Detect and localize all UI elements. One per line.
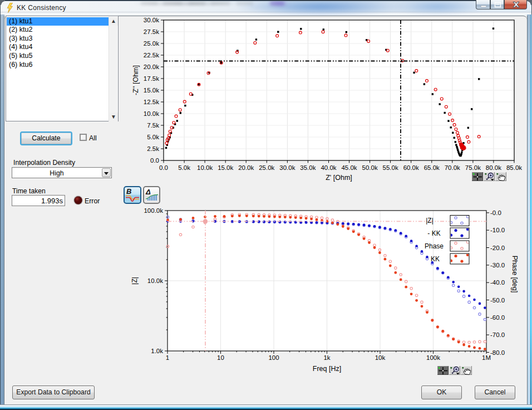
- svg-text:10.0k: 10.0k: [147, 277, 163, 284]
- svg-text:1k: 1k: [323, 354, 330, 361]
- svg-text:30.0k: 30.0k: [279, 164, 295, 171]
- svg-text:5.0k: 5.0k: [178, 164, 190, 171]
- svg-text:KK: KK: [431, 255, 440, 263]
- svg-text:55.0k: 55.0k: [383, 164, 398, 171]
- svg-text:85.0k: 85.0k: [506, 164, 522, 171]
- svg-text:|Z|: |Z|: [426, 217, 434, 224]
- svg-text:25.0k: 25.0k: [259, 164, 274, 171]
- svg-text:70.0k: 70.0k: [445, 164, 460, 171]
- svg-text:100.0k: 100.0k: [144, 207, 163, 214]
- svg-text:-0.0: -0.0: [490, 209, 501, 216]
- svg-text:20.0k: 20.0k: [238, 164, 254, 171]
- svg-text:5.0k: 5.0k: [147, 134, 159, 140]
- svg-text:2.5k: 2.5k: [147, 145, 159, 152]
- svg-text:-50.0: -50.0: [490, 297, 505, 304]
- svg-text:Z' [Ohm]: Z' [Ohm]: [326, 174, 352, 182]
- svg-text:15.0k: 15.0k: [218, 164, 233, 171]
- svg-text:22.5k: 22.5k: [144, 52, 159, 58]
- svg-text:-60.0: -60.0: [490, 314, 505, 321]
- svg-text:-40.0: -40.0: [490, 279, 505, 286]
- svg-text:|Z|: |Z|: [131, 277, 139, 285]
- svg-text:0.0: 0.0: [150, 157, 159, 164]
- svg-text:-10.0: -10.0: [490, 227, 505, 233]
- svg-text:1.0k: 1.0k: [151, 348, 163, 354]
- svg-text:10.0k: 10.0k: [197, 164, 213, 171]
- svg-text:60.0k: 60.0k: [403, 164, 419, 171]
- svg-text:-20.0: -20.0: [490, 245, 505, 251]
- svg-text:Phase [deg]: Phase [deg]: [511, 256, 519, 293]
- svg-text:-30.0: -30.0: [490, 262, 505, 269]
- svg-text:10: 10: [217, 354, 224, 361]
- svg-text:- KK: - KK: [427, 230, 440, 237]
- svg-text:25.0k: 25.0k: [144, 40, 159, 47]
- svg-text:75.0k: 75.0k: [465, 164, 481, 171]
- svg-text:-80.0: -80.0: [490, 349, 505, 356]
- svg-text:Freq [Hz]: Freq [Hz]: [313, 365, 341, 373]
- svg-text:-Z'' [Ohm]: -Z'' [Ohm]: [132, 65, 140, 95]
- svg-text:20.0k: 20.0k: [144, 64, 159, 70]
- svg-text:1M: 1M: [482, 354, 491, 361]
- svg-text:15.0k: 15.0k: [144, 87, 159, 94]
- svg-text:35.0k: 35.0k: [300, 164, 316, 171]
- svg-text:17.5k: 17.5k: [144, 75, 159, 82]
- svg-text:-70.0: -70.0: [490, 331, 505, 338]
- svg-text:Phase: Phase: [425, 242, 444, 250]
- svg-text:0.0: 0.0: [159, 164, 168, 171]
- svg-text:80.0k: 80.0k: [486, 164, 501, 171]
- svg-text:7.5k: 7.5k: [147, 122, 159, 129]
- svg-text:50.0k: 50.0k: [362, 164, 378, 171]
- svg-text:1: 1: [166, 354, 169, 361]
- svg-text:65.0k: 65.0k: [424, 164, 440, 171]
- svg-text:40.0k: 40.0k: [321, 164, 336, 171]
- svg-text:30.0k: 30.0k: [144, 17, 159, 23]
- svg-text:10k: 10k: [375, 354, 386, 361]
- svg-text:45.0k: 45.0k: [341, 164, 357, 171]
- svg-text:27.5k: 27.5k: [144, 28, 159, 35]
- svg-text:100k: 100k: [426, 354, 440, 361]
- svg-text:10.0k: 10.0k: [144, 110, 159, 117]
- svg-text:12.5k: 12.5k: [144, 99, 159, 105]
- svg-text:100: 100: [268, 354, 279, 361]
